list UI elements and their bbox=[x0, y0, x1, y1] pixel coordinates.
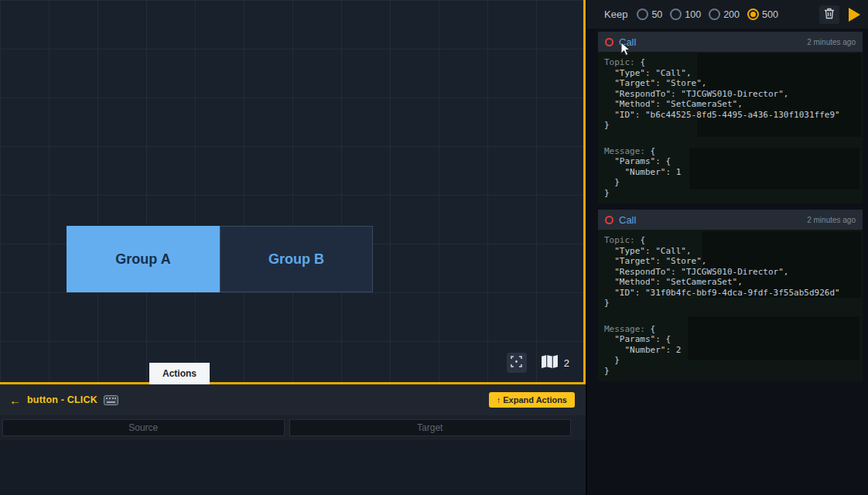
keep-option-100[interactable]: 100 bbox=[670, 9, 701, 20]
keep-option-500[interactable]: 500 bbox=[747, 9, 778, 20]
message-json: Message: { "Params": { "Number": 1 } } bbox=[604, 146, 856, 199]
trash-icon bbox=[824, 8, 835, 22]
group-button-row: Group A Group B bbox=[67, 226, 373, 292]
message-card: Call 2 minutes ago Topic: { "Type": "Cal… bbox=[598, 210, 863, 381]
map-button[interactable]: 2 bbox=[541, 354, 569, 371]
canvas-toolbar: 2 bbox=[507, 353, 569, 373]
stage-canvas[interactable]: Group A Group B Actions bbox=[0, 0, 586, 384]
keep-label: Keep bbox=[604, 9, 627, 20]
left-column: Group A Group B Actions bbox=[0, 0, 586, 495]
message-timestamp: 2 minutes ago bbox=[807, 216, 856, 224]
radio-icon bbox=[709, 9, 720, 20]
topic-json: Topic: { "Type": "Call", "Target": "Stor… bbox=[604, 57, 856, 131]
message-panel: Keep 50 100 200 500 bbox=[586, 0, 868, 495]
action-editor-header: ← button - CLICK ↑ Expand Actions bbox=[0, 384, 586, 415]
back-button[interactable]: ← bbox=[9, 394, 21, 407]
topic-json: Topic: { "Type": "Call", "Target": "Stor… bbox=[604, 235, 856, 309]
message-card-body: Topic: { "Type": "Call", "Target": "Stor… bbox=[598, 52, 863, 203]
expand-actions-button[interactable]: ↑ Expand Actions bbox=[489, 392, 575, 408]
fit-to-screen-button[interactable] bbox=[507, 353, 527, 373]
call-status-icon bbox=[605, 38, 613, 46]
keep-option-200[interactable]: 200 bbox=[709, 9, 740, 20]
radio-icon bbox=[747, 9, 759, 20]
clear-messages-button[interactable] bbox=[819, 5, 839, 24]
message-json: Message: { "Params": { "Number": 2 } } bbox=[604, 324, 856, 377]
call-status-icon bbox=[605, 216, 613, 224]
message-card-header[interactable]: Call 2 minutes ago bbox=[598, 32, 863, 52]
message-toolbar: Keep 50 100 200 500 bbox=[587, 0, 868, 29]
group-a-label: Group A bbox=[115, 251, 170, 268]
action-editor-panel: ← button - CLICK ↑ Expand Actions bbox=[0, 384, 586, 495]
app-root: Group A Group B Actions bbox=[0, 0, 868, 495]
message-card: Call 2 minutes ago Topic: { "Type": "Cal… bbox=[598, 32, 863, 203]
source-input[interactable] bbox=[2, 419, 285, 436]
map-icon bbox=[541, 354, 559, 371]
target-input[interactable] bbox=[289, 419, 572, 436]
play-icon bbox=[849, 8, 860, 22]
message-card-list: Call 2 minutes ago Topic: { "Type": "Cal… bbox=[587, 29, 868, 387]
radio-icon bbox=[670, 9, 682, 20]
message-card-header[interactable]: Call 2 minutes ago bbox=[598, 210, 863, 230]
group-b-label: Group B bbox=[268, 251, 324, 268]
message-card-title: Call bbox=[619, 214, 636, 226]
actions-tab[interactable]: Actions bbox=[149, 363, 210, 384]
source-target-row bbox=[0, 415, 586, 440]
run-button[interactable] bbox=[849, 8, 860, 22]
keep-option-50[interactable]: 50 bbox=[637, 9, 662, 20]
message-card-body: Topic: { "Type": "Call", "Target": "Stor… bbox=[598, 230, 863, 381]
keyboard-icon bbox=[104, 395, 118, 405]
action-editor-body bbox=[0, 440, 586, 495]
radio-icon bbox=[637, 9, 648, 20]
group-b-button[interactable]: Group B bbox=[220, 226, 373, 292]
action-editor-title: button - CLICK bbox=[27, 394, 97, 405]
group-a-button[interactable]: Group A bbox=[67, 226, 220, 292]
map-badge-count: 2 bbox=[564, 357, 569, 369]
message-timestamp: 2 minutes ago bbox=[807, 38, 856, 46]
fit-to-screen-icon bbox=[511, 356, 522, 370]
message-card-title: Call bbox=[619, 36, 636, 48]
actions-tab-label: Actions bbox=[162, 368, 196, 379]
